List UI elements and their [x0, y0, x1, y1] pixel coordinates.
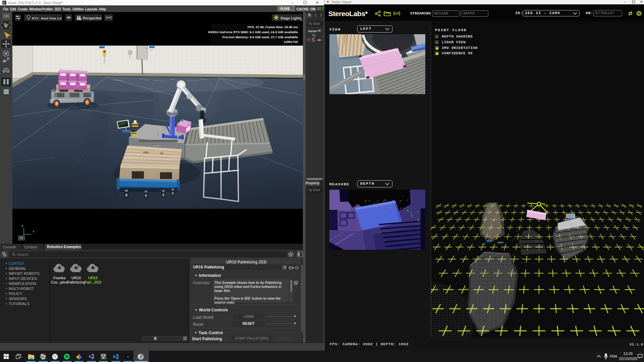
svg-text:Z: Z — [21, 224, 23, 228]
svg-text:Y: Y — [33, 230, 35, 233]
svg-text:B: B — [44, 357, 46, 359]
